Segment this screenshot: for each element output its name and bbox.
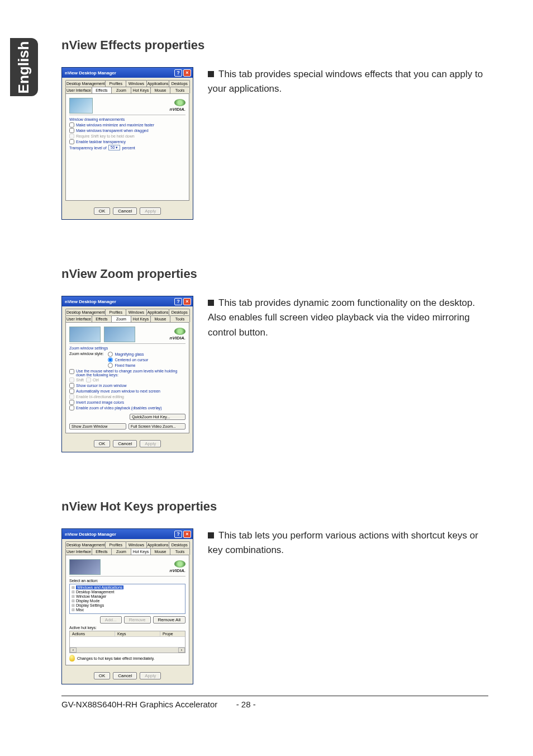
- section-heading-zoom: nView Zoom properties: [61, 267, 488, 281]
- apply-button[interactable]: Apply: [140, 672, 161, 679]
- help-button[interactable]: ?: [174, 298, 182, 305]
- dialog-title: nView Desktop Manager: [65, 299, 116, 304]
- close-button[interactable]: ×: [183, 531, 191, 538]
- tree-node[interactable]: Desktop Management: [72, 590, 183, 594]
- tab-applications[interactable]: Applications: [146, 541, 170, 548]
- help-button[interactable]: ?: [174, 69, 182, 77]
- tab-desktops[interactable]: Desktops: [169, 80, 190, 87]
- cancel-button[interactable]: Cancel: [113, 207, 137, 215]
- ok-button[interactable]: OK: [94, 440, 111, 447]
- dialog-titlebar: nView Desktop Manager ? ×: [62, 296, 193, 306]
- scroll-left-icon[interactable]: ‹: [70, 648, 77, 653]
- remove-button[interactable]: Remove: [124, 616, 151, 623]
- tab-user-interface[interactable]: User Interface: [65, 87, 92, 93]
- scroll-right-icon[interactable]: ›: [178, 648, 185, 653]
- hotkeys-description: This tab lets you perform various action…: [208, 528, 488, 558]
- tab-windows[interactable]: Windows: [126, 309, 147, 315]
- tab-windows[interactable]: Windows: [126, 80, 147, 87]
- tab-desktops[interactable]: Desktops: [169, 309, 190, 315]
- tab-tools[interactable]: Tools: [170, 315, 190, 322]
- radio-magnifying[interactable]: [108, 352, 113, 357]
- chk-show-cursor[interactable]: [69, 383, 74, 388]
- tab-desktop-management[interactable]: Desktop Management: [65, 541, 106, 548]
- group-label: Zoom window settings: [69, 346, 185, 350]
- add-button[interactable]: Add...: [100, 616, 122, 623]
- nvidia-logo: nVIDIA.: [170, 328, 185, 341]
- cancel-button[interactable]: Cancel: [113, 672, 137, 679]
- tab-zoom[interactable]: Zoom: [111, 315, 131, 322]
- tab-profiles[interactable]: Profiles: [105, 541, 126, 548]
- tab-hot-keys[interactable]: Hot Keys: [131, 87, 151, 93]
- tab-tools[interactable]: Tools: [170, 87, 190, 93]
- nvidia-eye-icon: [174, 560, 185, 568]
- tab-applications[interactable]: Applications: [146, 80, 170, 87]
- section-heading-effects: nView Effects properties: [61, 38, 488, 53]
- tab-effects[interactable]: Effects: [92, 87, 112, 93]
- tab-user-interface[interactable]: User Interface: [65, 548, 92, 555]
- nvidia-logo: nVIDIA.: [170, 560, 185, 573]
- tab-desktops[interactable]: Desktops: [169, 541, 190, 548]
- tab-mouse[interactable]: Mouse: [150, 87, 170, 93]
- tab-desktop-management[interactable]: Desktop Management: [65, 309, 106, 315]
- footer-product: GV-NX88S640H-RH Graphics Accelerator: [61, 700, 217, 709]
- show-zoom-button[interactable]: Show Zoom Window: [69, 423, 126, 429]
- cancel-button[interactable]: Cancel: [113, 440, 137, 447]
- ok-button[interactable]: OK: [94, 207, 111, 215]
- chk-invert-colors[interactable]: [69, 400, 74, 405]
- hotkeys-list[interactable]: Actions Keys Prope ‹ ›: [69, 631, 185, 653]
- bullet-icon: [208, 532, 214, 538]
- tab-effects[interactable]: Effects: [92, 315, 112, 322]
- tree-node[interactable]: Display Settings: [72, 603, 183, 608]
- radio-centered[interactable]: [108, 357, 113, 362]
- tab-mouse[interactable]: Mouse: [150, 548, 170, 555]
- remove-all-button[interactable]: Remove All: [153, 616, 185, 623]
- apply-button[interactable]: Apply: [140, 207, 161, 215]
- ok-button[interactable]: OK: [94, 672, 111, 679]
- chk-video-zoom[interactable]: [69, 405, 74, 410]
- chk-wheel-zoom[interactable]: [69, 369, 74, 374]
- transparency-spinner[interactable]: 50 ▾: [108, 145, 121, 150]
- tab-tools[interactable]: Tools: [170, 548, 190, 555]
- apply-button[interactable]: Apply: [140, 440, 161, 447]
- tree-node[interactable]: Display Mode: [72, 599, 183, 603]
- help-button[interactable]: ?: [174, 531, 182, 538]
- tab-mouse[interactable]: Mouse: [150, 315, 170, 322]
- select-action-label: Select an action:: [69, 579, 185, 583]
- full-screen-zoom-button[interactable]: Full Screen Video Zoom...: [129, 423, 185, 429]
- tab-zoom[interactable]: Zoom: [111, 87, 131, 93]
- lightbulb-icon: [69, 655, 75, 662]
- tab-hot-keys[interactable]: Hot Keys: [131, 315, 151, 322]
- close-button[interactable]: ×: [183, 298, 191, 305]
- tree-node[interactable]: Window Manager: [72, 594, 183, 599]
- dialog-title: nView Desktop Manager: [65, 70, 116, 75]
- tab-user-interface[interactable]: User Interface: [65, 315, 92, 322]
- tree-node[interactable]: Misc: [72, 608, 183, 612]
- tree-node[interactable]: Windows and Applications: [72, 585, 183, 590]
- quickzoom-hotkey-button[interactable]: QuickZoom Hot Key...: [130, 414, 185, 420]
- tab-zoom[interactable]: Zoom: [111, 548, 131, 555]
- tab-profiles[interactable]: Profiles: [105, 80, 126, 87]
- radio-fixed[interactable]: [108, 363, 113, 368]
- footer-page-number: - 28 -: [236, 700, 256, 709]
- zoom-description: This tab provides dynamic zoom functiona…: [208, 296, 488, 340]
- language-tab: English: [10, 38, 38, 96]
- tab-windows[interactable]: Windows: [126, 541, 147, 548]
- tab-effects[interactable]: Effects: [92, 548, 112, 555]
- chk-taskbar-transparency[interactable]: [69, 139, 74, 144]
- chk-transparent-drag[interactable]: [69, 128, 74, 133]
- tab-applications[interactable]: Applications: [146, 309, 170, 315]
- chk-ctrl: [86, 377, 91, 382]
- horizontal-scrollbar[interactable]: ‹ ›: [70, 647, 185, 653]
- preview-image-2: [104, 327, 135, 342]
- chk-auto-move[interactable]: [69, 389, 74, 394]
- footer-divider: [61, 696, 488, 696]
- close-button[interactable]: ×: [183, 69, 191, 77]
- tab-hot-keys[interactable]: Hot Keys: [131, 548, 151, 555]
- bullet-icon: [208, 71, 214, 77]
- action-tree[interactable]: Windows and Applications Desktop Managem…: [69, 584, 185, 614]
- dialog-tabs: Desktop Management Profiles Windows Appl…: [62, 78, 193, 93]
- dialog-tabs: Desktop Management Profiles Windows Appl…: [62, 539, 193, 555]
- tab-profiles[interactable]: Profiles: [105, 309, 126, 315]
- tab-desktop-management[interactable]: Desktop Management: [65, 80, 106, 87]
- chk-minimize-faster[interactable]: [69, 122, 74, 127]
